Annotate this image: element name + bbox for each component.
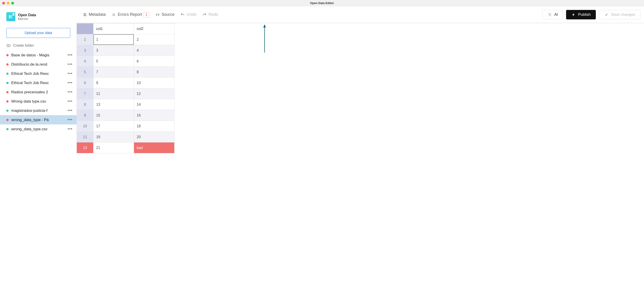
undo-label: Undo <box>187 12 196 17</box>
status-dot-icon <box>6 73 8 75</box>
cell[interactable]: bad <box>134 142 174 153</box>
file-item-label: Ethical Tech Job Resc <box>11 81 65 85</box>
publish-label: Publish <box>578 13 591 17</box>
more-icon[interactable]: ••• <box>68 62 72 67</box>
more-icon[interactable]: ••• <box>68 71 72 76</box>
file-item-label: Ethical Tech Job Resc <box>11 72 65 76</box>
row-number-cell[interactable]: 2 <box>77 34 94 45</box>
redo-button[interactable]: Redo <box>200 11 220 18</box>
column-header[interactable]: col1 <box>94 24 134 34</box>
cell[interactable]: 18 <box>134 121 174 132</box>
file-item[interactable]: wrong_data_type.csv••• <box>0 124 76 134</box>
undo-button[interactable]: Undo <box>178 11 198 18</box>
cell[interactable]: 6 <box>134 56 174 67</box>
table-row: 334 <box>77 45 174 56</box>
sidebar: Open Data Editor Upload your data Create… <box>0 6 76 153</box>
data-grid: col1 col2 212334456578691071112813149151… <box>76 23 644 153</box>
cell[interactable]: 15 <box>94 110 134 121</box>
row-number-cell[interactable]: 12 <box>77 142 94 153</box>
cell[interactable]: 12 <box>134 88 174 99</box>
brand: Open Data Editor <box>0 10 76 26</box>
cell[interactable]: 1 <box>94 34 134 45</box>
more-icon[interactable]: ••• <box>68 90 72 94</box>
cell[interactable]: 5 <box>94 56 134 67</box>
cell[interactable]: 14 <box>134 99 174 110</box>
cell[interactable]: 13 <box>94 99 134 110</box>
table-row: 91516 <box>77 110 174 121</box>
upload-button[interactable]: Upload your data <box>6 28 70 38</box>
status-dot-icon <box>6 63 8 66</box>
file-item[interactable]: Ethical Tech Job Resc••• <box>0 69 76 78</box>
source-button[interactable]: Source <box>153 11 177 18</box>
svg-point-4 <box>86 15 86 16</box>
row-number-cell[interactable]: 10 <box>77 121 94 132</box>
file-item[interactable]: Base de datos - Magis••• <box>0 51 76 60</box>
check-icon <box>604 13 609 17</box>
svg-point-3 <box>84 14 85 15</box>
svg-point-2 <box>85 13 86 14</box>
ai-button[interactable]: AI <box>542 10 563 19</box>
table-row: 578 <box>77 67 174 78</box>
table-row: 71112 <box>77 88 174 99</box>
file-item[interactable]: Distribucio.de.la.rend••• <box>0 60 76 69</box>
row-number-cell[interactable]: 9 <box>77 110 94 121</box>
row-number-cell[interactable]: 8 <box>77 99 94 110</box>
row-number-header[interactable] <box>77 24 94 34</box>
cell[interactable]: 21 <box>94 142 134 153</box>
more-icon[interactable]: ••• <box>68 81 72 85</box>
more-icon[interactable]: ••• <box>68 127 72 131</box>
file-list: Base de datos - Magis•••Distribucio.de.l… <box>0 51 76 134</box>
toolbar: Metadata Errors Report 1 Source <box>76 6 644 23</box>
file-item-label: wrong_data_type - Pá <box>11 118 65 122</box>
file-item[interactable]: Radios precensales 2••• <box>0 88 76 97</box>
more-icon[interactable]: ••• <box>68 99 72 104</box>
more-icon[interactable]: ••• <box>68 108 72 113</box>
cell[interactable]: 9 <box>94 78 134 88</box>
minimize-window-button[interactable] <box>7 2 10 5</box>
folder-plus-icon <box>6 43 11 48</box>
file-item[interactable]: Ethical Tech Job Resc••• <box>0 78 76 88</box>
lightning-icon <box>571 13 576 17</box>
metadata-button[interactable]: Metadata <box>80 11 108 18</box>
cell[interactable]: 16 <box>134 110 174 121</box>
cell[interactable]: 2 <box>134 34 174 45</box>
errors-report-button[interactable]: Errors Report 1 <box>109 11 152 19</box>
table-row: 1221bad <box>77 142 174 153</box>
brand-name: Open Data <box>18 13 36 17</box>
cell[interactable]: 3 <box>94 45 134 56</box>
maximize-window-button[interactable] <box>11 2 14 5</box>
more-icon[interactable]: ••• <box>68 117 72 122</box>
row-number-cell[interactable]: 6 <box>77 78 94 88</box>
close-window-button[interactable] <box>2 2 5 5</box>
app-logo-icon <box>6 12 15 21</box>
cell[interactable]: 8 <box>134 67 174 78</box>
file-item-label: Base de datos - Magis <box>11 53 65 58</box>
cell[interactable]: 10 <box>134 78 174 88</box>
row-number-cell[interactable]: 5 <box>77 67 94 78</box>
row-number-cell[interactable]: 11 <box>77 132 94 142</box>
file-item[interactable]: magistrados-justicia-f••• <box>0 106 76 115</box>
status-dot-icon <box>6 110 8 112</box>
cell[interactable]: 19 <box>94 132 134 142</box>
publish-button[interactable]: Publish <box>566 10 596 19</box>
row-number-cell[interactable]: 4 <box>77 56 94 67</box>
cell[interactable]: 7 <box>94 67 134 78</box>
save-changes-button[interactable]: Save changes <box>599 10 640 19</box>
file-item-label: Distribucio.de.la.rend <box>11 62 65 67</box>
cell[interactable]: 11 <box>94 88 134 99</box>
row-number-cell[interactable]: 7 <box>77 88 94 99</box>
errors-report-label: Errors Report <box>118 12 142 17</box>
cell[interactable]: 17 <box>94 121 134 132</box>
source-label: Source <box>162 12 174 17</box>
titlebar: Open Data Editor <box>0 0 644 6</box>
cell[interactable]: 4 <box>134 45 174 56</box>
more-icon[interactable]: ••• <box>68 53 72 58</box>
file-item[interactable]: wrong_data_type - Pá••• <box>0 115 76 124</box>
file-item[interactable]: Wrong data type.csv••• <box>0 97 76 106</box>
checklist-icon <box>112 13 116 17</box>
table-row: 111920 <box>77 132 174 142</box>
cell[interactable]: 20 <box>134 132 174 142</box>
column-header[interactable]: col2 <box>134 24 174 34</box>
row-number-cell[interactable]: 3 <box>77 45 94 56</box>
create-folder-button[interactable]: Create folder <box>0 42 76 51</box>
